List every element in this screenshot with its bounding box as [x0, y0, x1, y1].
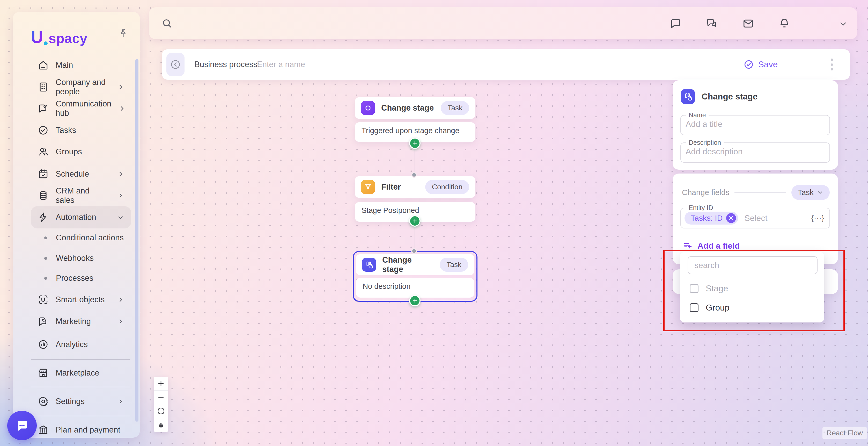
profile-menu-button[interactable] — [838, 19, 848, 29]
add-field-button[interactable]: Add a field — [683, 241, 740, 251]
chevron-right-icon — [117, 170, 124, 178]
sidebar-item-groups[interactable]: Groups — [31, 141, 131, 162]
more-options-button[interactable] — [831, 59, 833, 70]
sidebar-item-settings[interactable]: Settings — [31, 391, 131, 412]
node1-add-step-button[interactable] — [409, 138, 421, 149]
save-label: Save — [758, 60, 778, 69]
sidebar-item-plan-and-payment[interactable]: Plan and payment — [31, 420, 131, 440]
support-chat-button[interactable] — [7, 411, 37, 440]
description-field[interactable]: Description — [680, 139, 830, 162]
stage-change-icon — [362, 258, 376, 272]
option-stage[interactable]: Stage — [690, 279, 819, 298]
sidebar-scrollbar[interactable] — [135, 59, 138, 422]
sidebar-item-company-and-people[interactable]: Company and people — [31, 77, 131, 97]
chevron-down-icon — [117, 213, 124, 221]
node3-header-card[interactable]: Change stage Task — [356, 254, 474, 275]
crm-icon — [37, 190, 49, 201]
node-type-badge: Condition — [425, 180, 469, 194]
entity-id-field[interactable]: Entity ID Tasks: ID ✕ Select {···} — [680, 204, 830, 229]
arrow-left-circle-icon — [170, 59, 181, 70]
pin-sidebar-button[interactable] — [118, 28, 129, 38]
lock-button[interactable] — [154, 418, 168, 432]
sidebar-item-marketing[interactable]: Marketing — [31, 311, 131, 332]
option-group[interactable]: Group — [690, 298, 819, 317]
notifications-button[interactable] — [778, 17, 790, 29]
react-flow-attribution[interactable]: React Flow — [823, 427, 867, 439]
sidebar-divider — [31, 359, 130, 360]
node1-header-card[interactable]: Change stage Task — [355, 97, 475, 119]
node-title: Filter — [381, 182, 401, 192]
sidebar-item-label: Marketplace — [56, 368, 99, 378]
sidebar-item-label: Company and people — [56, 78, 110, 96]
zoom-out-button[interactable] — [154, 391, 168, 404]
comment-button[interactable] — [670, 18, 682, 30]
settings-icon — [37, 396, 49, 407]
sidebar-item-label: Schedule — [56, 169, 89, 179]
node3-target-handle[interactable] — [411, 248, 417, 254]
sidebar-item-marketplace[interactable]: Marketplace — [31, 363, 131, 383]
checkbox-icon[interactable] — [690, 303, 699, 312]
variables-icon[interactable]: {···} — [811, 214, 824, 222]
sidebar: Uspacy Main Company and people Communica… — [13, 12, 140, 438]
bullet-icon — [44, 257, 47, 260]
company-icon — [37, 81, 49, 93]
sidebar-item-automation[interactable]: Automation — [31, 206, 131, 229]
remove-chip-button[interactable]: ✕ — [726, 213, 736, 223]
node-description: Triggered upon stage change — [355, 122, 475, 139]
sidebar-item-label: Processes — [56, 273, 93, 283]
plan-payment-icon — [37, 424, 49, 436]
sidebar-item-label: Tasks — [56, 126, 76, 135]
bullet-icon — [44, 236, 47, 239]
analytics-icon — [37, 339, 49, 350]
chats-button[interactable] — [706, 18, 717, 30]
fit-view-button[interactable] — [154, 404, 168, 418]
chevron-down-icon — [817, 189, 824, 196]
sidebar-item-label: CRM and sales — [56, 186, 110, 205]
sidebar-item-communication-hub[interactable]: Communication hub — [31, 98, 131, 119]
name-input[interactable] — [681, 119, 817, 131]
sidebar-item-schedule[interactable]: Schedule — [31, 164, 131, 184]
description-input[interactable] — [681, 146, 817, 159]
node3-add-step-button[interactable] — [409, 295, 421, 306]
sidebar-item-conditional-actions[interactable]: Conditional actions — [37, 228, 131, 247]
sidebar-item-crm-and-sales[interactable]: CRM and sales — [31, 185, 131, 206]
plus-icon — [412, 140, 418, 146]
entity-id-chip: Tasks: ID ✕ — [684, 212, 738, 225]
sidebar-item-main[interactable]: Main — [31, 55, 131, 76]
save-button[interactable]: Save — [743, 49, 778, 80]
schedule-icon — [37, 168, 49, 180]
sidebar-item-analytics[interactable]: Analytics — [31, 334, 131, 355]
search-button[interactable] — [161, 18, 173, 29]
node-type-badge: Task — [440, 258, 468, 272]
node3-description-card[interactable]: No description — [356, 278, 474, 298]
node2-add-step-button[interactable] — [409, 215, 421, 227]
back-button[interactable] — [166, 53, 185, 76]
description-field-label: Description — [686, 139, 723, 146]
mail-button[interactable] — [742, 18, 754, 30]
sidebar-item-label: Webhooks — [56, 254, 94, 263]
process-name-input[interactable] — [257, 58, 490, 71]
entity-type-select[interactable]: Task — [792, 185, 830, 200]
flow-controls — [154, 377, 168, 432]
sidebar-item-smart-objects[interactable]: Smart objects — [31, 289, 131, 310]
sidebar-item-webhooks[interactable]: Webhooks — [37, 248, 131, 268]
sidebar-item-label: Communication hub — [56, 99, 111, 118]
sidebar-item-label: Conditional actions — [56, 233, 124, 242]
option-label: Group — [706, 303, 730, 313]
node2-target-handle[interactable] — [411, 172, 417, 178]
name-field[interactable]: Name — [680, 111, 830, 135]
chevron-right-icon — [117, 296, 124, 303]
checkbox-icon[interactable] — [690, 284, 699, 293]
dropdown-search-input[interactable] — [688, 256, 817, 274]
sidebar-item-processes[interactable]: Processes — [37, 268, 131, 288]
node2-header-card[interactable]: Filter Condition — [355, 176, 475, 198]
zoom-in-button[interactable] — [154, 377, 168, 391]
chevron-right-icon — [117, 397, 124, 405]
sidebar-item-tasks[interactable]: Tasks — [31, 120, 131, 141]
node-title: Change stage — [382, 256, 433, 274]
change-fields-label: Change fields — [682, 188, 729, 197]
sidebar-item-label: Plan and payment — [56, 425, 120, 435]
uspacy-logo[interactable]: Uspacy — [31, 27, 88, 47]
chevron-right-icon — [117, 192, 124, 200]
marketplace-icon — [37, 367, 49, 379]
